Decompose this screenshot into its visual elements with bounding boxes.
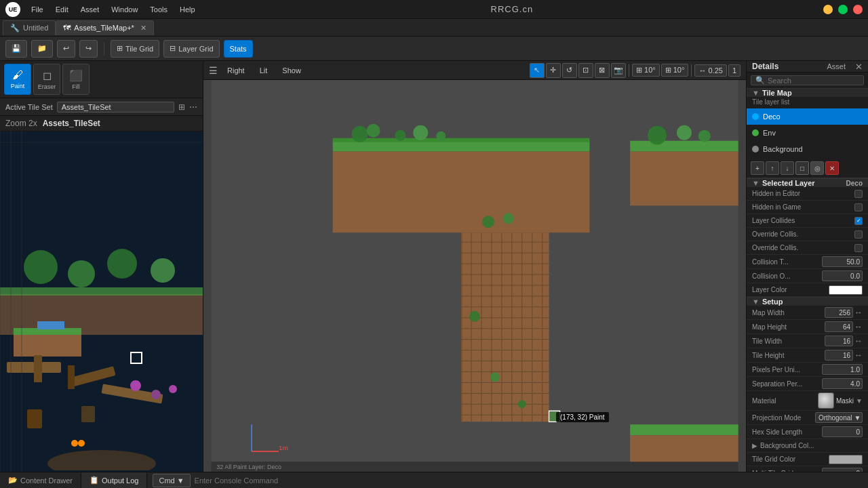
- section-setup[interactable]: ▼ Setup: [747, 297, 868, 306]
- svg-rect-16: [34, 355, 42, 382]
- prop-layer-collides-checkbox[interactable]: [854, 217, 863, 225]
- tab-tilemap[interactable]: 🗺 Assets_TileMap+* ✕: [56, 20, 154, 35]
- grid-angle-btn[interactable]: ⊞ 10°: [632, 64, 660, 77]
- map-width-arrow-icon[interactable]: ↔: [854, 308, 863, 317]
- content-drawer-tab[interactable]: 📂 Content Drawer: [0, 472, 81, 489]
- prop-separation-per-label: Separation Per...: [752, 380, 822, 388]
- transform-tool-btn[interactable]: ⊠: [595, 63, 610, 78]
- prop-tile-width-input[interactable]: [825, 336, 853, 346]
- viewport-canvas[interactable]: 1m 32 All Paint Layer: Deco (173, 32) Pa…: [203, 80, 746, 472]
- layer-vis-btn[interactable]: ◎: [810, 161, 824, 175]
- material-dropdown-icon[interactable]: ▼: [856, 397, 863, 405]
- prop-pixels-per-uni: Pixels Per Uni...: [747, 363, 868, 377]
- bg-color-expand-icon[interactable]: ▶: [752, 442, 757, 449]
- section-tilemap[interactable]: ▼ Tile Map: [747, 88, 868, 97]
- tab-untitled[interactable]: 🔧 Untitled: [3, 20, 56, 35]
- paint-icon: 🖌: [12, 69, 23, 81]
- prop-hidden-game-checkbox[interactable]: [854, 203, 863, 211]
- maximize-button[interactable]: [838, 5, 848, 14]
- prop-map-height-input[interactable]: [825, 321, 853, 332]
- map-height-arrow-icon[interactable]: ↔: [854, 322, 863, 331]
- minimize-button[interactable]: [823, 5, 833, 14]
- tile-width-arrow-icon[interactable]: ↔: [854, 336, 863, 346]
- layer-bg-color-btn[interactable]: □: [795, 161, 809, 175]
- select-tool-btn[interactable]: ↖: [530, 63, 545, 78]
- layer-color-swatch[interactable]: [829, 285, 863, 295]
- layer-down-btn[interactable]: ↓: [781, 161, 794, 175]
- console-bar: 📂 Content Drawer 📋 Output Log Cmd ▼: [0, 472, 868, 488]
- rotate-tool-btn[interactable]: ↺: [562, 63, 577, 78]
- active-tileset-input[interactable]: [57, 102, 174, 113]
- section-selected-layer[interactable]: ▼ Selected Layer Deco: [747, 178, 868, 187]
- view-show-btn[interactable]: Show: [277, 65, 307, 76]
- console-input[interactable]: [195, 476, 863, 485]
- menu-window[interactable]: Window: [106, 4, 143, 15]
- scale-tool-btn[interactable]: ⊡: [578, 63, 593, 78]
- layer-deco-dot: [752, 113, 759, 120]
- viewport[interactable]: ☰ Right Lit Show ↖ ✛ ↺ ⊡ ⊠ 📷 ⊞ 10° ⊞ 10°…: [203, 61, 746, 472]
- prop-hidden-editor-checkbox[interactable]: [854, 190, 863, 198]
- menu-edit[interactable]: Edit: [50, 4, 74, 15]
- paint-tool[interactable]: 🖌 Paint: [4, 64, 31, 95]
- expand-icon[interactable]: ⋯: [189, 102, 197, 112]
- menu-tools[interactable]: Tools: [144, 4, 173, 15]
- prop-pixels-per-uni-input[interactable]: [822, 364, 863, 375]
- tile-height-arrow-icon[interactable]: ↔: [854, 350, 863, 360]
- layer-item-deco[interactable]: Deco: [747, 108, 868, 125]
- layer-grid-button[interactable]: ⊟ Layer Grid: [163, 40, 219, 58]
- layer-delete-btn[interactable]: ✕: [825, 161, 839, 175]
- menu-file[interactable]: File: [26, 4, 49, 15]
- prop-separation-per-input[interactable]: [822, 378, 863, 389]
- menu-asset[interactable]: Asset: [75, 4, 105, 15]
- prop-tile-height-input[interactable]: [825, 350, 853, 361]
- scale-btn[interactable]: ↔ 0.25: [694, 64, 726, 77]
- prop-override-collis1-checkbox[interactable]: [854, 230, 863, 239]
- asset-tab-btn[interactable]: Asset: [821, 61, 851, 72]
- tile-grid-color-swatch[interactable]: [829, 455, 863, 464]
- stats-button[interactable]: Stats: [224, 40, 253, 58]
- scale-btn2[interactable]: 1: [728, 64, 741, 77]
- material-thumbnail[interactable]: [818, 392, 834, 409]
- svg-point-60: [367, 124, 380, 138]
- prop-collision-o-input[interactable]: [822, 270, 863, 281]
- fill-tool[interactable]: ⬛ Fill: [62, 64, 90, 95]
- layer-item-env[interactable]: Env: [747, 125, 868, 141]
- details-search-bar[interactable]: 🔍: [751, 75, 864, 85]
- tileset-canvas[interactable]: [0, 131, 203, 472]
- open-button[interactable]: 📁: [31, 40, 53, 58]
- eraser-tool[interactable]: ◻ Eraser: [33, 64, 60, 95]
- tileset-name-display: Assets_TileSet: [43, 119, 100, 128]
- layer-up-btn[interactable]: ↑: [766, 161, 779, 175]
- tile-grid-button[interactable]: ⊞ Tile Grid: [111, 40, 159, 58]
- view-lit-btn[interactable]: Lit: [254, 65, 273, 76]
- prop-collision-t-input[interactable]: [822, 256, 863, 267]
- camera-btn[interactable]: 📷: [611, 63, 626, 78]
- output-log-tab[interactable]: 📋 Output Log: [81, 472, 147, 489]
- titlebar: UE File Edit Asset Window Tools Help RRC…: [0, 0, 868, 19]
- prop-bg-color: ▶ Background Col...: [747, 439, 868, 453]
- prop-override-collis2-checkbox[interactable]: [854, 244, 863, 252]
- prop-hex-side-input[interactable]: [822, 426, 863, 437]
- move-tool-btn[interactable]: ✛: [546, 63, 561, 78]
- prop-projection-mode-dropdown[interactable]: Orthogonal ▼: [815, 412, 863, 423]
- prop-hex-side: Hex Side Length: [747, 425, 868, 439]
- details-close-icon[interactable]: ✕: [855, 62, 863, 72]
- menu-help[interactable]: Help: [174, 4, 201, 15]
- layer-add-btn[interactable]: +: [751, 161, 764, 175]
- search-input[interactable]: [768, 77, 859, 85]
- svg-point-6: [151, 258, 175, 283]
- cmd-button[interactable]: Cmd ▼: [153, 474, 190, 487]
- tab-tilemap-close[interactable]: ✕: [140, 24, 146, 33]
- prop-map-width-input[interactable]: [825, 307, 853, 318]
- layer-item-background[interactable]: Background: [747, 141, 868, 157]
- view-right-btn[interactable]: Right: [222, 65, 250, 76]
- undo-button[interactable]: ↩: [57, 40, 75, 58]
- prop-layer-color: Layer Color: [747, 283, 868, 297]
- prop-multi-tile-grid1-input[interactable]: [822, 468, 863, 472]
- grid-toggle-icon[interactable]: ⊞: [178, 102, 185, 112]
- grid-angle-btn2[interactable]: ⊞ 10°: [661, 64, 689, 77]
- redo-button[interactable]: ↪: [79, 40, 98, 58]
- close-button[interactable]: [853, 5, 863, 14]
- menu-icon[interactable]: ☰: [209, 65, 218, 76]
- save-button[interactable]: 💾: [5, 40, 27, 58]
